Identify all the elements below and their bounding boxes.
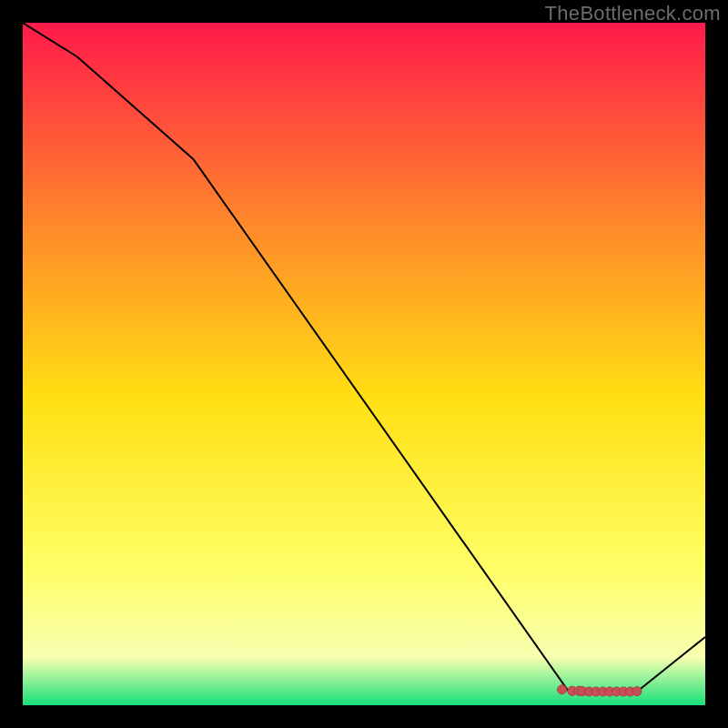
plot-area xyxy=(23,23,705,705)
chart-frame: TheBottleneck.com xyxy=(0,0,728,728)
gradient-background xyxy=(23,23,705,705)
marker-point xyxy=(632,687,642,696)
marker-point xyxy=(558,685,567,694)
plot-svg xyxy=(23,23,705,705)
